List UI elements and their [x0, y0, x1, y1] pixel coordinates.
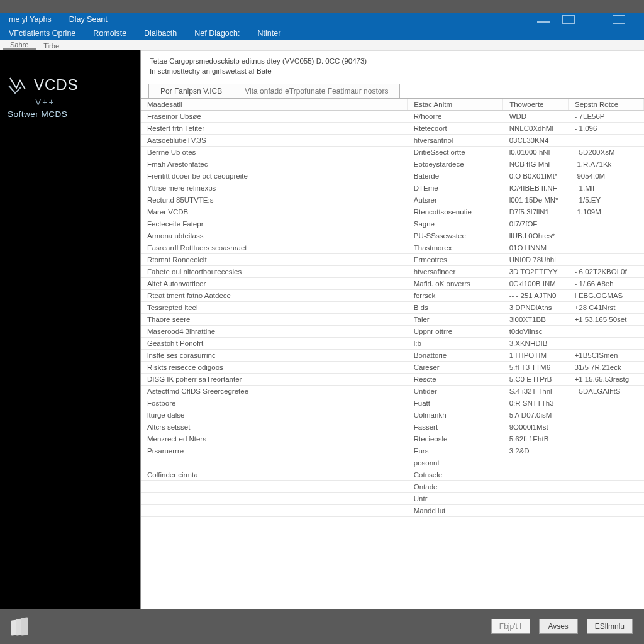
table-row[interactable]: Rteat tment fatno Aatdeceferrsck-- - 251… — [141, 290, 644, 302]
table-cell: Armona ubteitass — [141, 230, 408, 242]
table-row[interactable]: Ontade — [141, 481, 644, 493]
doc-tab[interactable]: Tirbe — [36, 42, 67, 50]
table-row[interactable]: Geastoh't Ponofrtl:b3.XKNHDIB — [141, 338, 644, 350]
table-row[interactable]: FostboreFuatt0:R SNTTTh3 — [141, 397, 644, 409]
menu-item[interactable]: Romoiste — [84, 29, 135, 38]
column-header[interactable]: Sepstn Rotce — [569, 99, 644, 111]
folder-stack-icon[interactable] — [11, 618, 26, 635]
table-cell: DTEme — [408, 182, 503, 194]
window-titlebar — [0, 0, 644, 13]
vcds-logo-icon — [8, 74, 29, 96]
table-row[interactable]: AatsoetilutieTV.3Shtversantnol03CL30KN4 — [141, 135, 644, 147]
tab-inactive[interactable]: Vita onfadd eTrpofunate Featimaur nostor… — [233, 84, 400, 98]
menu-item[interactable]: Ntinter — [248, 29, 289, 38]
table-cell — [569, 433, 644, 445]
table-row[interactable]: Menzrect ed NtersRtecieosle5.62fi 1EhtB — [141, 433, 644, 445]
table-cell: DISG IK poherr saTreortanter — [141, 374, 408, 386]
table-cell: posonnt — [408, 457, 503, 469]
minimize-icon[interactable] — [537, 16, 550, 23]
table-cell: 3D TO2ETFYY — [503, 266, 569, 278]
table-row[interactable]: Maserood4 3ihrattineUppnr ottrret0doViin… — [141, 326, 644, 338]
table-row[interactable]: Rtomat RoneeoicitErmeotresUNI0D 78Uhhl — [141, 254, 644, 266]
table-cell: Yttrse mere refinexps — [141, 182, 408, 194]
sidebar: VCDS V++ Softwer MCDS — [0, 50, 141, 610]
table-cell — [569, 409, 644, 421]
table-row[interactable]: PrsaruerrreEurs3 2&D — [141, 445, 644, 457]
table-row[interactable]: Easrearrll Rotttuers scoasnraetThastmore… — [141, 242, 644, 254]
table-cell: Fecteceite Fatepr — [141, 218, 408, 230]
table-cell: Ermeotres — [408, 254, 503, 266]
table-row[interactable]: Armona ubteitassPU-SSssewsteellUB.L0Ohte… — [141, 230, 644, 242]
table-row[interactable]: Aitet AutonvattleerMafid. oK onverrs0Ckl… — [141, 278, 644, 290]
tab-active[interactable]: Por Fanipsn V.ICB — [148, 84, 233, 98]
table-cell — [569, 254, 644, 266]
table-cell: IO/4IBEB If.NF — [503, 182, 569, 194]
table-cell: Uppnr ottrre — [408, 326, 503, 338]
table-row[interactable]: lturge dalseUolmankh5 A D07.0isM — [141, 409, 644, 421]
table-row[interactable]: Riskts reisecce odigoosCareser5.fI T3 TT… — [141, 362, 644, 374]
desc-line: In sctmosttechy an girfswetast af Bate — [150, 66, 635, 76]
table-cell: 01O HNNM — [503, 242, 569, 254]
table-cell: Rectur.d 85UTVTE:s — [141, 194, 408, 206]
table-row[interactable]: lnstte ses corasurrincBonattorie1 ITIPOT… — [141, 350, 644, 362]
table-row[interactable]: Untr — [141, 493, 644, 505]
maximize-icon[interactable] — [562, 15, 575, 24]
table-row[interactable]: Fmah ArestonfatecEotoeystardeceNCB fIG M… — [141, 158, 644, 170]
table-cell: AatsoetilutieTV.3S — [141, 135, 408, 147]
table-cell: Fraseinor Ubsøe — [141, 111, 408, 123]
page-description: Tetae Cargoprsmedosckistp editnus dtey (… — [141, 51, 644, 79]
window-control-icon[interactable] — [613, 15, 625, 24]
table-cell: l001 15De MN* — [503, 194, 569, 206]
column-header[interactable]: Thowoerte — [503, 99, 569, 111]
table-row[interactable]: Fraseinor UbsøeR/hoorreWDD- 7LE56P — [141, 111, 644, 123]
table-row[interactable]: Thaore seereTaler3l00XT1BB+1 53.165 50se… — [141, 314, 644, 326]
table-cell: 03CL30KN4 — [503, 135, 569, 147]
table-cell: -9054.0M — [569, 170, 644, 182]
menu-item[interactable]: Nef Diagoch: — [186, 29, 248, 38]
table-row[interactable]: posonnt — [141, 457, 644, 469]
brand-subtitle: V++ — [8, 97, 140, 107]
table-cell: t0doViinsc — [503, 326, 569, 338]
column-header[interactable]: Estac Anitm — [408, 99, 503, 111]
table-cell: D7f5 3I7llN1 — [503, 206, 569, 218]
table-row[interactable]: Restert frtn TetiterRtetecoortNNLC0XdhMl… — [141, 123, 644, 135]
table-row[interactable]: Mandd iut — [141, 505, 644, 517]
table-cell — [569, 218, 644, 230]
menu-item[interactable]: Dlay Seant — [60, 15, 116, 24]
table-row[interactable]: Yttrse mere refinexpsDTEmeIO/4IBEB If.NF… — [141, 182, 644, 194]
menu-item[interactable]: Diaibacth — [135, 29, 186, 38]
menu-bar-primary: me yl Yaphs Dlay Seant — [0, 13, 644, 26]
footer-button[interactable]: Fbjp't I — [491, 619, 530, 634]
table-cell: Rtecieosle — [408, 433, 503, 445]
table-row[interactable]: Marer VCDBRtencottsosenutieD7f5 3I7llN1-… — [141, 206, 644, 218]
table-row[interactable]: Frentitt dooer be oct ceoupreiteBaterde0… — [141, 170, 644, 182]
table-cell: 0.O B0X01fMt* — [503, 170, 569, 182]
table-row[interactable]: Altcrs setssetFassert9O000l1Mst — [141, 421, 644, 433]
menu-item[interactable]: me yl Yaphs — [0, 15, 60, 24]
menu-item[interactable]: VFctiatients Oprine — [0, 29, 84, 38]
table-cell — [569, 445, 644, 457]
table-cell: htversantnol — [408, 135, 503, 147]
table-row[interactable]: Fahete oul nitcortboutecesieshtversafino… — [141, 266, 644, 278]
table-row[interactable]: Tessrepted iteeiB ds3 DPNDlAtns+28 C41Nr… — [141, 302, 644, 314]
table-row[interactable]: Rectur.d 85UTVTE:sAutsrerl001 15De MN*- … — [141, 194, 644, 206]
table-cell: Baterde — [408, 170, 503, 182]
table-cell: Easrearrll Rotttuers scoasnraet — [141, 242, 408, 254]
table-cell: +1B5CISmen — [569, 350, 644, 362]
doc-tab[interactable]: Sahre — [3, 41, 36, 50]
table-cell: -1.R.A71Kk — [569, 158, 644, 170]
table-cell: 3 2&D — [503, 445, 569, 457]
table-row[interactable]: Fecteceite FateprSagne0I7/7fOF — [141, 218, 644, 230]
footer-button[interactable]: Avses — [539, 619, 578, 634]
table-row[interactable]: Berrne Ub otesDritieSsect orttel0.01000 … — [141, 147, 644, 158]
footer-button[interactable]: ESllmnlu — [587, 619, 633, 634]
data-grid[interactable]: Maadesatll Estac Anitm Thowoerte Sepstn … — [141, 98, 644, 610]
column-header[interactable]: Maadesatll — [141, 99, 408, 111]
content-tabs: Por Fanipsn V.ICB Vita onfadd eTrpofunat… — [141, 79, 644, 98]
table-cell: Fuatt — [408, 397, 503, 409]
table-row[interactable]: Astecttmd CfIDS SreercegreteeUntiderS.4 … — [141, 386, 644, 397]
app-logo: VCDS V++ Softwer MCDS — [0, 74, 140, 119]
table-cell: 5.fI T3 TTM6 — [503, 362, 569, 374]
table-row[interactable]: Colfinder cirmtaCotnsele — [141, 469, 644, 481]
table-row[interactable]: DISG IK poherr saTreortanterRescte5,C0 E… — [141, 374, 644, 386]
